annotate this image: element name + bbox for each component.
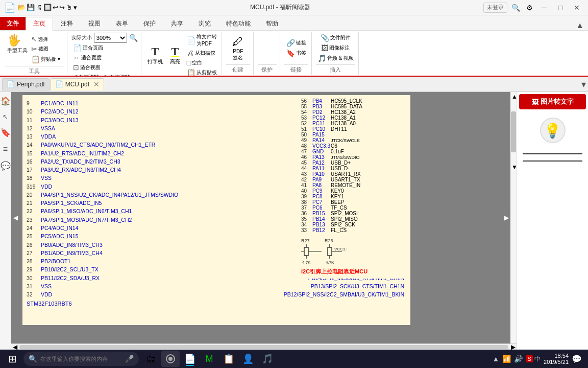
select-btn[interactable]: ↖ 选择 — [30, 35, 62, 43]
convert-to-pdf-btn[interactable]: 📄 将文件转为PDF — [185, 33, 218, 48]
start-button[interactable]: ⊞ — [2, 351, 22, 367]
from-scanner-btn[interactable]: 🖨 从扫描仪 — [185, 49, 218, 58]
taskbar-app-explorer[interactable]: 🗂 — [142, 351, 160, 367]
blank-icon: □ — [187, 59, 191, 67]
file-attach-btn[interactable]: 📎 文件附件 — [319, 33, 352, 42]
taskbar-search[interactable]: 🔍 🎤 — [23, 352, 139, 366]
typewriter-label: 打字机 — [148, 58, 163, 65]
taskbar-app-clipboard[interactable]: 📋 — [219, 351, 238, 367]
tray-keyboard-icon[interactable]: S 中 — [526, 355, 541, 363]
zoom-select[interactable]: 300%50%75%100%150%200% — [94, 33, 127, 43]
link-btn[interactable]: 🔗 链接 — [285, 38, 308, 48]
tray-speaker-icon[interactable]: 🔊 — [514, 355, 523, 363]
tab-share[interactable]: 共享 — [163, 17, 191, 30]
clipboard-btn[interactable]: 📋 剪贴板 ▾ — [30, 55, 62, 64]
image-annotate-btn[interactable]: 🖼 图像标注 — [320, 43, 351, 53]
settings-icon[interactable]: ⚙ — [524, 3, 535, 13]
cpin-56: 56PB4HC595_LCLK — [301, 98, 407, 104]
tab-special[interactable]: 特色功能 — [218, 17, 258, 30]
img-to-text-btn[interactable]: 🖼 图片转文字 — [519, 94, 586, 109]
scroll-left-btn[interactable]: ◀ — [11, 92, 19, 343]
typewriter-btn[interactable]: T 打字机 — [145, 44, 165, 66]
tray-expand-icon[interactable]: ▲ — [493, 355, 500, 363]
tab-view[interactable]: 视图 — [81, 17, 108, 30]
from-clipboard-btn[interactable]: 📋 从剪贴板 — [185, 68, 218, 77]
svg-text:R27: R27 — [301, 238, 310, 243]
h-scrollbar[interactable]: ◀ ▶ — [11, 343, 517, 350]
tab-annotate[interactable]: 注释 — [53, 17, 81, 30]
fit-width-btn[interactable]: ↔ 适合宽度 — [71, 53, 103, 62]
scroll-down-btn[interactable]: ▼ — [510, 163, 517, 172]
not-logged-in[interactable]: 未登录 — [483, 3, 507, 13]
rotate-left-btn[interactable]: ↺ 向左旋转 — [71, 73, 101, 77]
tab-dropdown-icon[interactable]: ▾ — [581, 79, 586, 90]
cpin-51: 51PC10DHT11 — [301, 126, 407, 132]
taskbar-app-cortana[interactable] — [161, 351, 180, 367]
taskbar-app-pdf[interactable]: 📄 — [181, 351, 199, 367]
taskbar-app-user[interactable]: 👤 — [239, 351, 257, 367]
tab-file[interactable]: 文件 — [0, 17, 26, 30]
sidebar-bookmark-icon[interactable]: 🔖 — [0, 126, 12, 140]
highlight-btn[interactable]: T 高亮 — [167, 44, 183, 66]
tab-form[interactable]: 表单 — [108, 17, 136, 30]
audio-video-btn[interactable]: 🎵 音频 & 视频 — [316, 54, 355, 63]
doc-tab-mcu[interactable]: 📄 MCU.pdf ✕ — [51, 78, 104, 90]
tab-help[interactable]: 帮助 — [258, 17, 286, 30]
window-controls[interactable]: 未登录 🔍 ⚙ ─ □ ✕ — [483, 3, 584, 13]
h-scroll-right[interactable]: ▶ — [509, 344, 517, 350]
h-scroll-left[interactable]: ◀ — [11, 344, 18, 350]
taskbar-app-music[interactable]: 🎵 — [258, 351, 277, 367]
scroll-up-btn[interactable]: ▲ — [510, 92, 517, 101]
sidebar-home-icon[interactable]: 🏠 — [0, 94, 12, 108]
tab-home[interactable]: 主页 — [26, 17, 53, 31]
close-button[interactable]: ✕ — [570, 3, 584, 13]
fit-width-icon: ↔ — [73, 54, 80, 62]
rpin-31: PB13/SPI2_SCK/U3_CTS/TIM1_CH1N — [235, 282, 404, 290]
tab-browse[interactable]: 浏览 — [191, 17, 218, 30]
cpin-43: 43PA10USART1_RX — [301, 171, 407, 177]
title-bar: 📄 📂 💾 🖨 🔲 ↩ ↪ 🖱 ▾ MCU.pdf - 福昕阅读器 未登录 🔍 … — [0, 0, 588, 15]
pdf-page-container[interactable]: 9 PC1/ADC_IN11 10 PC2/ADC_IN12 11 PC3/AD… — [19, 92, 502, 343]
scroll-thumb[interactable] — [511, 111, 516, 152]
screenshot-btn[interactable]: ✂ 截图 — [30, 44, 62, 54]
cpin-35: 35PB14SPI2_MISO — [301, 216, 407, 222]
light-bulb-btn[interactable]: 💡 — [540, 118, 566, 143]
rpin-32: PB12/SPI2_NSS/I2C2_SMBAI/U3_CK/TIM1_BKIN — [235, 290, 404, 298]
sidebar-comment-icon[interactable]: 💬 — [0, 159, 12, 173]
pdf-sign-btn[interactable]: 🖊 PDF签名 — [230, 34, 246, 62]
create-items: 🖊 PDF签名 — [230, 33, 246, 63]
cpin-46: 46PA13JTMS/SWDIO — [301, 154, 407, 160]
taskbar-app-wechat[interactable]: M — [200, 351, 218, 367]
h-scroll-thumb[interactable] — [19, 345, 508, 349]
tray-network-icon[interactable]: 📶 — [502, 355, 511, 363]
title-bar-left: 📄 📂 💾 🖨 🔲 ↩ ↪ 🖱 ▾ — [4, 2, 77, 13]
fit-view-btn[interactable]: ⊡ 适合视图 — [71, 63, 102, 72]
notification-icon[interactable]: 💬 — [572, 354, 582, 364]
zoom-search-icon[interactable]: 🔍 — [129, 34, 138, 42]
search-icon[interactable]: 🔍 — [509, 3, 522, 13]
sidebar-cursor-icon[interactable]: ↖ — [2, 111, 9, 123]
tab-bar: 📄 Periph.pdf 📄 MCU.pdf ✕ ▾ — [0, 77, 588, 92]
taskbar-apps: 🗂 📄 M 📋 👤 🎵 — [142, 351, 277, 367]
blank-btn[interactable]: □ 空白 — [185, 58, 218, 67]
hand-tool-btn[interactable]: 🖐 手型工具 ↖ 选择 ✂ 截图 📋 剪贴板 ▾ — [5, 33, 64, 65]
microphone-icon[interactable]: 🎤 — [125, 355, 134, 363]
fit-page-btn[interactable]: 📄 适合页面 — [71, 43, 105, 53]
rotate-right-btn[interactable]: ↻ 向右旋转 — [103, 73, 132, 77]
scroll-right-btn[interactable]: ▶ — [502, 92, 510, 343]
link-label: 链接 — [284, 64, 308, 74]
taskbar-search-input[interactable] — [40, 356, 122, 362]
pin-num-9: 9 — [27, 99, 41, 107]
tab-protect[interactable]: 保护 — [136, 17, 163, 30]
bookmark-btn[interactable]: 🔖 书签 — [285, 49, 308, 58]
tab-bar-right: ▾ — [581, 79, 586, 90]
sidebar-layers-icon[interactable]: ≡ — [2, 143, 9, 156]
pin-name-10: PC2/ADC_IN12 — [41, 107, 79, 116]
close-mcu-tab[interactable]: ✕ — [93, 80, 100, 88]
quick-access-icons[interactable]: 📂 💾 🖨 🔲 ↩ ↪ 🖱 ▾ — [17, 4, 77, 11]
v-scrollbar[interactable]: ▲ ▼ — [510, 92, 517, 343]
ribbon-collapse-icon[interactable]: ▲ — [576, 21, 584, 30]
doc-tab-periph[interactable]: 📄 Periph.pdf — [2, 78, 50, 90]
maximize-button[interactable]: □ — [553, 3, 568, 13]
minimize-button[interactable]: ─ — [537, 3, 551, 13]
